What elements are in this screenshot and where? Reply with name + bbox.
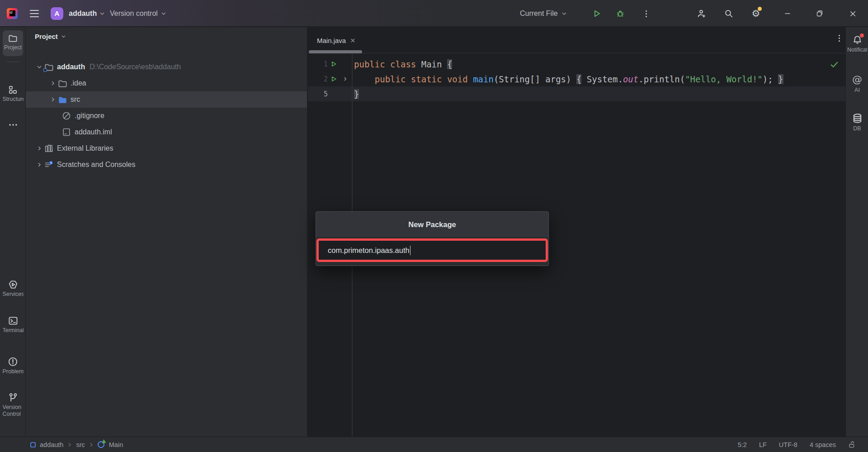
tree-item-external-libraries[interactable]: External Libraries xyxy=(26,140,307,157)
line-number[interactable]: 1 xyxy=(308,60,328,68)
tree-item-src[interactable]: src xyxy=(26,91,307,108)
sidebar-item-services[interactable]: Services xyxy=(0,280,26,298)
settings-gear-icon[interactable]: ⚙ xyxy=(750,8,761,19)
code-token: System. xyxy=(581,74,623,84)
titlebar: IJ A addauth Version control Current Fil… xyxy=(0,0,868,27)
tree-item-addauth[interactable]: addauth D:\CodeSource\esb\addauth xyxy=(26,59,307,75)
chevron-right-icon[interactable] xyxy=(35,146,44,151)
run-line-icon[interactable] xyxy=(328,76,340,82)
caret-position-widget[interactable]: 5:2 xyxy=(738,441,747,448)
branch-icon xyxy=(8,393,18,403)
project-name: addauth xyxy=(69,10,97,18)
code-token xyxy=(354,74,375,84)
indent-widget[interactable]: 4 spaces xyxy=(810,441,836,448)
sidebar-item-more[interactable] xyxy=(0,120,26,130)
breadcrumb-src[interactable]: src xyxy=(76,441,85,448)
tree-item-path: D:\CodeSource\esb\addauth xyxy=(90,63,181,71)
code-token: static xyxy=(411,74,447,84)
breadcrumb-label: Main xyxy=(109,441,123,448)
chevron-down-icon xyxy=(561,11,567,16)
sidebar-item-label: Project xyxy=(4,44,22,51)
code-line[interactable]: } xyxy=(354,89,359,99)
editor-tab-bar: Main.java xyxy=(308,27,845,53)
editor-options-icon[interactable] xyxy=(839,35,840,42)
sidebar-item-project[interactable]: Project xyxy=(0,33,26,51)
chevron-right-icon xyxy=(89,442,94,447)
sidebar-item-ai[interactable]: @ AI xyxy=(846,74,868,93)
sidebar-item-database[interactable]: DB xyxy=(846,113,868,132)
right-tool-stripe: Notifications @ AI DB xyxy=(845,27,868,437)
tree-item-addauth-iml[interactable]: addauth.iml xyxy=(26,124,307,140)
tab-title: Main.java xyxy=(317,37,346,44)
run-button[interactable] xyxy=(592,8,603,19)
code-token: { xyxy=(447,59,452,69)
package-name-input[interactable]: com.primeton.ipaas.auth xyxy=(328,246,410,255)
chevron-right-icon[interactable] xyxy=(48,97,57,102)
breadcrumb-addauth[interactable]: addauth xyxy=(30,441,63,448)
tree-item-idea[interactable]: .idea xyxy=(26,75,307,91)
main-menu-icon[interactable] xyxy=(30,0,39,27)
chevron-down-icon[interactable] xyxy=(35,64,44,70)
breadcrumb-label: src xyxy=(76,441,85,448)
line-number[interactable]: 2 xyxy=(308,75,328,83)
services-icon xyxy=(8,280,18,290)
settings-badge xyxy=(758,7,762,11)
project-icon xyxy=(30,442,36,448)
search-icon[interactable] xyxy=(723,8,734,19)
encoding-widget[interactable]: UTF-8 xyxy=(779,441,797,448)
tab-close-icon[interactable] xyxy=(350,38,355,43)
sidebar-item-structure[interactable]: Structure xyxy=(0,85,26,103)
code-token xyxy=(773,74,778,84)
project-panel-title: Project xyxy=(35,33,58,40)
code-row-5: 5 } xyxy=(308,86,845,101)
run-line-icon[interactable] xyxy=(328,61,340,67)
sidebar-item-terminal[interactable]: Terminal xyxy=(0,316,26,334)
ai-icon: @ xyxy=(852,74,862,85)
sidebar-item-version-control[interactable]: Version Control xyxy=(0,393,26,418)
project-widget[interactable]: addauth xyxy=(69,0,105,27)
minimize-button[interactable] xyxy=(782,8,793,19)
tree-item-label: .idea xyxy=(71,79,86,87)
line-separator-widget[interactable]: LF xyxy=(759,441,767,448)
avatar-letter: A xyxy=(51,7,63,20)
code-token: Main xyxy=(421,59,447,69)
chevron-right-icon[interactable] xyxy=(48,81,57,86)
vcs-widget[interactable]: Version control xyxy=(110,0,166,27)
tree-item-gitignore[interactable]: .gitignore xyxy=(26,108,307,124)
tree-item-scratches[interactable]: Scratches and Consoles xyxy=(26,157,307,173)
sidebar-item-label: Notifications xyxy=(847,47,867,53)
tree-item-label: External Libraries xyxy=(57,144,113,152)
run-configuration-label: Current File xyxy=(520,10,558,18)
code-line[interactable]: public class Main { xyxy=(354,59,452,69)
tab-main-java[interactable]: Main.java xyxy=(317,27,355,53)
debug-button[interactable] xyxy=(615,8,626,19)
text-caret xyxy=(410,246,411,255)
project-folder-icon xyxy=(44,62,54,72)
chevron-right-icon[interactable] xyxy=(35,162,44,167)
breadcrumb-main[interactable]: Main xyxy=(98,441,123,448)
fold-toggle-icon[interactable] xyxy=(340,76,350,81)
code-line[interactable]: public static void main(String[] args) {… xyxy=(354,74,783,84)
dialog-title: New Package xyxy=(316,212,548,238)
project-panel-header[interactable]: Project xyxy=(35,33,66,40)
more-icon xyxy=(8,120,18,130)
code-token: "Hello, World!" xyxy=(685,74,763,84)
notification-badge xyxy=(860,33,864,38)
code-token: out xyxy=(623,74,638,84)
sidebar-item-notifications[interactable]: Notifications xyxy=(846,34,868,53)
project-avatar[interactable]: A xyxy=(51,0,63,27)
tree-item-label: .gitignore xyxy=(75,112,104,120)
line-number[interactable]: 5 xyxy=(308,90,328,98)
more-actions-icon[interactable] xyxy=(641,8,651,19)
close-button[interactable] xyxy=(847,8,858,19)
code-token: main xyxy=(473,74,494,84)
run-configuration-selector[interactable]: Current File xyxy=(520,0,567,27)
add-user-icon[interactable] xyxy=(696,8,707,19)
folder-icon xyxy=(57,79,67,88)
chevron-right-icon xyxy=(67,442,72,447)
restore-button[interactable] xyxy=(814,8,825,19)
sidebar-item-problems[interactable]: Problems xyxy=(0,357,26,375)
source-folder-icon xyxy=(57,95,67,105)
chevron-down-icon xyxy=(161,11,166,16)
readonly-lock-icon[interactable] xyxy=(848,441,855,448)
